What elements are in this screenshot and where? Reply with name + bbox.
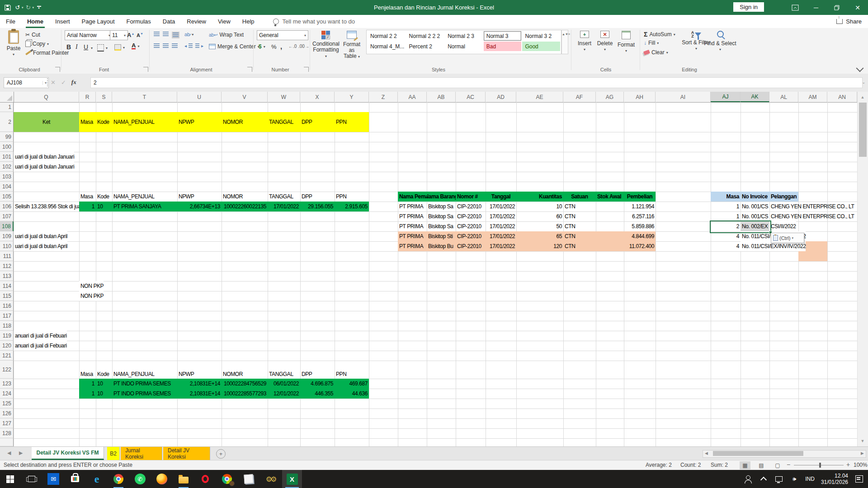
cell-AK105[interactable]: No Invoice [741,192,769,202]
cell-AA110[interactable]: PT PRIMA [398,241,427,251]
cell-AJ108[interactable]: 2 [711,221,741,231]
increase-indent-icon[interactable]: ▸ [195,43,203,48]
settings-gears-icon[interactable]: ⚙⚙ [264,473,277,485]
style-normal-3[interactable]: Normal 3 [484,31,522,41]
format-as-table-button[interactable]: Format as Table ▾ [340,31,363,60]
cell-AE105[interactable]: Kuantitas [516,192,563,202]
cell-AA107[interactable]: PT PRIMA [398,211,427,221]
column-header-AC[interactable]: AC [456,92,486,102]
tray-chevron-icon[interactable] [759,474,768,483]
clipboard-dialog-launcher-icon[interactable] [55,67,60,72]
cell-Y122[interactable]: PPN [335,361,369,379]
tab-page-layout[interactable]: Page Layout [76,15,121,28]
cell-AJ110[interactable]: 4 [711,241,741,251]
cell-X122[interactable]: DPP [300,361,335,379]
cell-AH107[interactable]: 6.257.116 [624,211,656,221]
cell-S122[interactable]: Kode [96,361,112,379]
cell-U2[interactable]: NPWP [177,112,222,132]
style-normal-2-3[interactable]: Normal 2 3 [445,31,483,41]
row-header-126[interactable]: 126 [0,408,14,418]
cell-Q120[interactable]: anuari di jual di Febuari [14,341,67,351]
cell-AB105[interactable]: Nama Barang [427,192,456,202]
column-header-S[interactable]: S [96,92,112,102]
cell-AJ106[interactable]: 1 [711,202,741,211]
close-button[interactable]: ✕ [847,0,868,15]
whatsapp-icon[interactable]: ✆ [134,473,146,485]
underline-button[interactable]: U [84,43,88,51]
column-header-Z[interactable]: Z [369,92,398,102]
cell-AJ107[interactable]: 1 [711,211,741,221]
cell-AE107[interactable]: 60 [516,211,563,221]
cell-AF107[interactable]: CTN [563,211,596,221]
cell-AD106[interactable]: 17/01/2022 [486,202,516,211]
zoom-slider[interactable] [794,465,844,465]
cell-AA105[interactable]: Nama Pemasok [398,192,427,202]
cell-S106[interactable]: 10 [96,202,112,211]
cell-W2[interactable]: TANGGAL [268,112,300,132]
horizontal-scrollbar[interactable]: ◀ ▶ [703,450,866,458]
collapse-ribbon-icon[interactable] [856,65,864,72]
cell-AF106[interactable]: CTN [563,202,596,211]
scroll-up-icon[interactable]: ▲ [859,93,867,101]
row-header-110[interactable]: 110 [0,241,14,251]
firefox-icon[interactable] [156,473,168,485]
cell-W123[interactable]: 06/01/2022 [268,379,300,389]
tab-home[interactable]: Home [21,15,49,28]
decrease-indent-icon[interactable]: ◂ [184,43,193,48]
shrink-font-icon[interactable]: A▼ [137,31,143,38]
cell-V122[interactable]: NOMOR [222,361,268,379]
cell-R115[interactable]: NON PKP [79,291,104,301]
cell-T122[interactable]: NAMA_PENJUAL [112,361,177,379]
cell-X124[interactable]: 446.355 [300,389,335,399]
increase-decimal-icon[interactable]: ←.0 [288,44,297,49]
style-bad[interactable]: Bad [484,42,522,51]
cell-AF105[interactable]: Satuan [563,192,596,202]
cell-AB106[interactable]: Biskitop Sa [427,202,456,211]
scroll-down-icon[interactable]: ▼ [859,437,867,445]
cell-AF108[interactable]: CTN [563,221,596,231]
cell-AM111[interactable] [798,251,827,261]
cell-R106[interactable]: 1 [79,202,96,211]
row-header-115[interactable]: 115 [0,291,14,301]
column-header-AM[interactable]: AM [798,92,827,102]
zoom-level[interactable]: 100% [854,462,868,468]
cell-Y106[interactable]: 2.915.605 [335,202,369,211]
row-header-104[interactable]: 104 [0,182,14,192]
row-header-114[interactable]: 114 [0,281,14,291]
column-header-AF[interactable]: AF [563,92,596,102]
align-center-icon[interactable] [163,43,169,48]
number-format-combo[interactable]: General▾ [257,30,308,40]
row-header-109[interactable]: 109 [0,231,14,241]
minimize-button[interactable]: ─ [806,0,826,15]
cell-S124[interactable]: 10 [96,389,112,399]
column-header-AE[interactable]: AE [516,92,563,102]
percent-style-icon[interactable]: % [271,43,277,50]
cell-AH105[interactable]: Pembelian [624,192,656,202]
column-header-AK[interactable]: AK [741,92,769,102]
cell-AB110[interactable]: Biskitop Bu [427,241,456,251]
vertical-scroll-thumb[interactable] [859,103,867,157]
copy-button[interactable]: Copy▾ [25,41,49,47]
column-header-X[interactable]: X [300,92,335,102]
autosum-button[interactable]: ΣAutoSum▾ [644,31,675,38]
tab-file[interactable]: File [0,15,21,28]
view-page-break-icon[interactable]: ▢ [772,461,783,469]
cell-Q106[interactable]: Selisih 13.238.956 Stok di jual ke [14,202,79,211]
cell-AJ105[interactable]: Masa [711,192,741,202]
row-header-116[interactable]: 116 [0,301,14,311]
tell-me-box[interactable]: Tell me what you want to do [273,18,355,25]
cell-AL107[interactable]: CHENG YEN ENTERPRISE CO., LT [769,211,857,221]
align-bottom-icon[interactable] [172,32,179,38]
cell-X106[interactable]: 29.156.055 [300,202,335,211]
cell-T124[interactable]: PT INDO PRIMA SEMES [112,389,177,399]
cell-U122[interactable]: NPWP [177,361,222,379]
zoom-out-icon[interactable]: − [787,461,790,468]
cell-AA109[interactable]: PT PRIMA [398,231,427,241]
cell-W124[interactable]: 12/01/2022 [268,389,300,399]
cell-AH108[interactable]: 5.859.886 [624,221,656,231]
cell-U105[interactable]: NPWP [177,192,222,202]
row-header-119[interactable]: 119 [0,331,14,341]
cell-AD110[interactable]: 17/01/2022 [486,241,516,251]
row-header-125[interactable]: 125 [0,399,14,408]
column-header-AJ[interactable]: AJ [711,92,741,102]
